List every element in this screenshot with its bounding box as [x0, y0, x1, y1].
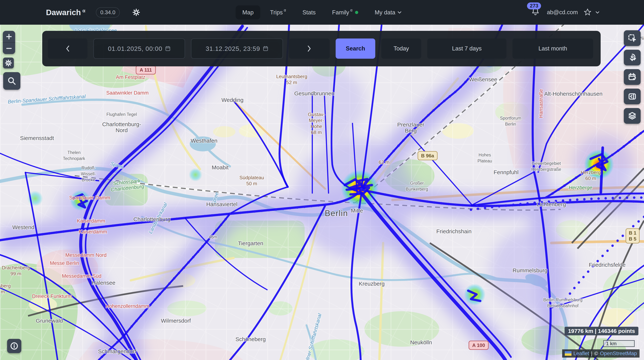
- svg-text:Westhafen: Westhafen: [191, 138, 218, 144]
- layers-icon: [628, 112, 637, 120]
- sidebar-toggle-icon: [628, 92, 637, 101]
- start-datetime-input[interactable]: 01.01.2025, 00:00: [94, 38, 185, 59]
- layers-button[interactable]: [624, 108, 641, 124]
- map-label: Rudolf-Wissell-Brücke: [81, 166, 96, 182]
- tab-family[interactable]: Familyα: [325, 6, 365, 20]
- map-label: Messedamm Nord: [66, 252, 107, 258]
- svg-text:Schmargendorf: Schmargendorf: [98, 348, 136, 354]
- svg-text:62 m: 62 m: [379, 160, 390, 165]
- sun-icon: [132, 8, 140, 16]
- svg-text:Berlin: Berlin: [325, 208, 348, 218]
- svg-text:46m: 46m: [209, 234, 217, 240]
- road-shield: A 100: [469, 341, 488, 350]
- map-label: Westhafen: [191, 138, 218, 144]
- svg-text:Tiergarten: Tiergarten: [238, 240, 263, 246]
- map-label: 46m: [209, 234, 217, 240]
- notifications-count-badge[interactable]: 273: [527, 2, 541, 9]
- location-pin-check-icon: [628, 53, 637, 62]
- map-label: Hansaviertel: [206, 201, 238, 207]
- heat-hotspot: [189, 168, 202, 182]
- map-label: Herzberge: [569, 185, 592, 190]
- chevron-left-icon: [65, 45, 70, 52]
- chevron-down-icon[interactable]: [596, 11, 600, 14]
- map-label: Grunewald: [36, 318, 63, 324]
- map-label: Hansastraße: [538, 89, 544, 118]
- calendar-select-button[interactable]: [624, 69, 641, 85]
- alpha-badge: α: [82, 8, 86, 14]
- zoom-out-button[interactable]: [3, 42, 15, 54]
- point-select-button[interactable]: [624, 50, 641, 66]
- leaflet-link[interactable]: Leaflet: [573, 350, 589, 356]
- version-badge: 0.34.0: [96, 7, 120, 18]
- map-label: Halensee: [92, 280, 116, 286]
- map-label: Wedding: [222, 97, 244, 103]
- ukraine-flag-icon: [565, 351, 572, 356]
- search-button[interactable]: Search: [336, 38, 375, 59]
- panel-toggle-button[interactable]: [624, 88, 641, 104]
- top-navbar: Dawarichα 0.34.0 MapTripsαStatsFamilyαMy…: [0, 0, 644, 25]
- tab-my-data[interactable]: My data: [368, 6, 408, 20]
- next-period-button[interactable]: [289, 38, 330, 59]
- star-button[interactable]: [582, 8, 593, 17]
- svg-text:A 111: A 111: [140, 67, 152, 73]
- svg-text:Herzberge: Herzberge: [569, 185, 592, 190]
- svg-text:Hansaviertel: Hansaviertel: [206, 201, 238, 207]
- tab-map[interactable]: Map: [236, 6, 260, 20]
- svg-text:Am Festplatz: Am Festplatz: [116, 74, 146, 80]
- osm-link[interactable]: OpenStreetMap: [600, 350, 637, 356]
- nav-right: 273 ab@cd.com: [531, 7, 600, 18]
- info-icon: [10, 342, 18, 350]
- road-shield: A 111: [136, 66, 156, 74]
- road-shield: B 96a: [418, 152, 437, 160]
- copyright-symbol: ©: [594, 350, 598, 356]
- svg-text:Messe Berlin: Messe Berlin: [50, 260, 79, 266]
- area-select-button[interactable]: [624, 30, 641, 46]
- info-button[interactable]: [7, 339, 21, 353]
- svg-text:Messedamm Nord: Messedamm Nord: [66, 252, 107, 258]
- road-shield: B 1B 5: [626, 228, 639, 243]
- today-button[interactable]: Today: [381, 38, 421, 59]
- zoom-in-button[interactable]: [3, 31, 15, 42]
- distance-points-badge: 19776 km | 146346 points: [564, 327, 638, 335]
- user-email[interactable]: ab@cd.com: [547, 9, 578, 16]
- calendar-icon: [263, 46, 268, 52]
- map-label: Charlottenburg: [134, 216, 170, 222]
- map-label: Moabit: [212, 164, 229, 170]
- online-dot: [355, 11, 358, 14]
- notifications-bell[interactable]: 273: [531, 7, 540, 18]
- svg-text:Rummelsburg: Rummelsburg: [512, 267, 548, 274]
- theme-toggle-button[interactable]: [131, 7, 142, 18]
- tab-stats[interactable]: Stats: [296, 6, 322, 20]
- svg-text:Neukölln: Neukölln: [410, 339, 432, 346]
- area-select-icon: [628, 34, 637, 42]
- map-label: Wilmersdorf: [161, 318, 191, 324]
- end-datetime-input[interactable]: 31.12.2025, 23:59: [191, 38, 283, 59]
- tab-trips[interactable]: Tripsα: [263, 6, 293, 20]
- plus-icon: [5, 33, 13, 40]
- last-7-days-button[interactable]: Last 7 days: [427, 38, 506, 59]
- last-month-button[interactable]: Last month: [512, 38, 593, 59]
- svg-text:Flughafen Tegel: Flughafen Tegel: [106, 112, 137, 117]
- map-label: Alt-Hohenschönhausen: [544, 91, 602, 97]
- map-label: Friedrichsfelde: [589, 262, 626, 268]
- map-settings-button[interactable]: [3, 58, 14, 68]
- star-icon: [584, 8, 592, 16]
- svg-text:Weißensee: Weißensee: [469, 76, 497, 82]
- svg-text:Fennpfuhl: Fennpfuhl: [494, 169, 518, 175]
- map-label: Gesundbrunnen: [294, 90, 334, 96]
- prev-period-button[interactable]: [48, 38, 88, 59]
- svg-text:Friedrichsfelde: Friedrichsfelde: [589, 262, 626, 268]
- svg-text:Lichtenberg: Lichtenberg: [537, 201, 566, 207]
- svg-text:Wedding: Wedding: [222, 97, 244, 103]
- svg-text:Westend: Westend: [12, 224, 34, 230]
- svg-text:Dreieck Funkturm: Dreieck Funkturm: [32, 294, 72, 299]
- map-attribution: Leaflet | © OpenStreetMap: [562, 349, 640, 358]
- svg-text:Charlottenburg: Charlottenburg: [134, 216, 170, 222]
- nav-left: Dawarichα 0.34.0: [46, 7, 142, 18]
- map-search-button[interactable]: [3, 72, 20, 90]
- map-label: Kaiserdamm: [79, 229, 107, 234]
- app-logo[interactable]: Dawarichα: [46, 8, 86, 17]
- svg-text:Mitte: Mitte: [351, 208, 363, 214]
- map-label: Spandauer Damm: [69, 195, 110, 200]
- dawarich-app: LSG FlughafenseeNeu-HohenschönhausenA 11…: [0, 0, 644, 360]
